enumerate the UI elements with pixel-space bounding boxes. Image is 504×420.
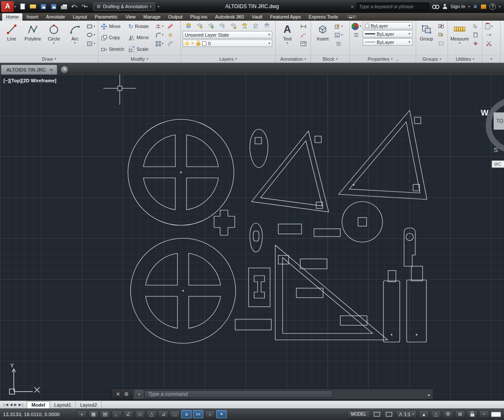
- utilities-panel-label[interactable]: Utilities▾: [448, 55, 482, 62]
- grid-toggle[interactable]: ▤: [100, 410, 110, 418]
- layer-walk-button[interactable]: [262, 22, 271, 30]
- polar-tracking-toggle[interactable]: ∠: [123, 410, 134, 418]
- command-line-bar[interactable]: ✕ ⚙ > Type a command ▴: [111, 389, 433, 400]
- tab-insert[interactable]: Insert: [22, 13, 42, 21]
- new-drawing-button[interactable]: [18, 2, 27, 11]
- first-layout-button[interactable]: ❘◀: [3, 403, 8, 407]
- layer-lock-button[interactable]: [228, 22, 238, 30]
- tab-model[interactable]: Model: [27, 401, 50, 408]
- status-bar-menu-button[interactable]: ▾: [479, 410, 489, 418]
- id-point-button[interactable]: [471, 40, 480, 47]
- tab-vault[interactable]: Vault: [248, 13, 266, 21]
- mirror-tool-button[interactable]: Mirror: [128, 33, 153, 42]
- linetype-dropdown[interactable]: ByLayer ▾: [363, 38, 413, 46]
- annotation-visibility-toggle[interactable]: ▲: [419, 410, 429, 418]
- layer-unlock-icon[interactable]: [196, 43, 200, 46]
- save-as-button[interactable]: [49, 2, 58, 11]
- tab-parametric[interactable]: Parametric: [91, 13, 121, 21]
- leader-tool-button[interactable]: [299, 31, 308, 39]
- dynamic-input-toggle[interactable]: ≡: [181, 410, 192, 418]
- command-customize-icon[interactable]: ⚙: [124, 391, 129, 397]
- infer-constraints-toggle[interactable]: +: [77, 410, 87, 418]
- ellipse-tool-button[interactable]: ▾: [86, 31, 96, 39]
- layer-properties-button[interactable]: [184, 22, 193, 30]
- annotation-panel-label[interactable]: Annotation▾: [276, 55, 311, 62]
- stretch-tool-button[interactable]: Stretch: [100, 45, 128, 53]
- offset-tool-button[interactable]: [165, 40, 175, 47]
- array-tool-button[interactable]: ▾: [155, 40, 164, 47]
- properties-list-button[interactable]: [352, 31, 361, 39]
- rotate-tool-button[interactable]: ↻Rotate: [128, 22, 153, 31]
- layer-color-swatch[interactable]: [202, 41, 206, 46]
- text-flyout-icon[interactable]: ▾: [286, 41, 288, 45]
- search-history-icon[interactable]: ▸: [352, 4, 354, 9]
- circle-flyout-icon[interactable]: ▾: [53, 41, 55, 45]
- tab-view[interactable]: View: [121, 13, 140, 21]
- redo-button[interactable]: ↷▾: [80, 2, 89, 11]
- model-space-canvas[interactable]: [−][Top][2D Wireframe]: [0, 75, 504, 401]
- copy-tool-button[interactable]: Copy: [100, 33, 128, 42]
- prev-layout-button[interactable]: ◀: [10, 403, 12, 407]
- move-tool-button[interactable]: Move: [100, 22, 128, 31]
- lineweight-toggle[interactable]: ▭: [193, 410, 203, 418]
- toolbar-lock-button[interactable]: [467, 410, 477, 418]
- insert-block-button[interactable]: Insert: [313, 22, 333, 55]
- arc-tool-button[interactable]: Arc ▾: [65, 22, 85, 55]
- block-attributes-button[interactable]: [334, 40, 343, 47]
- layer-match-button[interactable]: [240, 22, 249, 30]
- command-input[interactable]: Type a command: [144, 390, 333, 398]
- sign-in-button[interactable]: Sign In: [451, 4, 465, 9]
- command-history-icon[interactable]: ▴: [428, 392, 430, 397]
- new-file-tab-button[interactable]: +: [61, 66, 68, 73]
- tab-manage[interactable]: Manage: [140, 13, 165, 21]
- match-properties-button[interactable]: ▾: [352, 22, 361, 30]
- help-search-field[interactable]: Type a keyword or phrase: [357, 3, 429, 10]
- exchange-apps-icon[interactable]: [481, 4, 486, 9]
- search-binoculars-icon[interactable]: [432, 4, 439, 9]
- clipboard-panel-label[interactable]: ▾: [482, 55, 500, 62]
- measure-flyout-icon[interactable]: ▾: [459, 41, 460, 45]
- file-tab-active[interactable]: ALTOIDS TIN JRC ✕: [1, 65, 57, 75]
- group-tool-button[interactable]: Group: [418, 22, 435, 55]
- tab-home[interactable]: Home: [2, 13, 22, 21]
- group-selection-button[interactable]: [436, 40, 446, 47]
- app-menu-chevron-icon[interactable]: ▾: [14, 5, 16, 9]
- sign-in-chevron-icon[interactable]: ▾: [468, 5, 470, 9]
- text-tool-button[interactable]: A Text ▾: [277, 22, 297, 55]
- next-layout-button[interactable]: ▶: [14, 403, 17, 407]
- rectangle-tool-button[interactable]: ▾: [86, 22, 96, 30]
- create-block-button[interactable]: ▾: [334, 22, 343, 30]
- autocad-logo[interactable]: A: [1, 1, 14, 12]
- layer-isolate-button[interactable]: [206, 22, 215, 30]
- help-chevron-icon[interactable]: ▾: [499, 5, 501, 9]
- help-button[interactable]: ?: [489, 3, 496, 10]
- layer-off-button[interactable]: [195, 22, 204, 30]
- undo-button[interactable]: ↶▾: [70, 2, 79, 11]
- edit-attribute-button[interactable]: A▾: [334, 31, 343, 39]
- polyline-tool-button[interactable]: Polyline: [23, 22, 43, 55]
- object-color-dropdown[interactable]: ByLayer ▾: [363, 22, 413, 29]
- line-tool-button[interactable]: Line: [2, 22, 22, 55]
- command-recent-button[interactable]: >: [135, 390, 143, 398]
- model-space-button[interactable]: MODEL: [347, 410, 370, 418]
- tab-plugins[interactable]: Plug-ins: [187, 13, 212, 21]
- tab-annotate[interactable]: Annotate: [42, 13, 69, 21]
- qat-customize-chevron-icon[interactable]: ▾: [158, 5, 159, 9]
- measure-tool-button[interactable]: Measure ▾: [450, 22, 470, 55]
- last-layout-button[interactable]: ▶❘: [19, 403, 24, 407]
- modify-panel-label[interactable]: Modify▾: [98, 55, 180, 62]
- layer-thaw-sun-icon[interactable]: ☀: [190, 40, 195, 46]
- trim-tool-button[interactable]: ▾: [155, 22, 164, 30]
- open-drawing-button[interactable]: [28, 2, 37, 11]
- tab-output[interactable]: Output: [165, 13, 187, 21]
- 3d-object-snap-toggle[interactable]: △: [146, 410, 157, 418]
- ortho-toggle[interactable]: ∟: [112, 410, 122, 418]
- annotation-autoscale-toggle[interactable]: △: [431, 410, 441, 418]
- erase-tool-button[interactable]: [165, 22, 175, 30]
- layer-previous-button[interactable]: [251, 22, 260, 30]
- workspace-switching-button[interactable]: ⚙: [443, 410, 453, 418]
- quick-calc-button[interactable]: [471, 31, 480, 39]
- snap-toggle[interactable]: ▦: [88, 410, 99, 418]
- lineweight-dropdown[interactable]: ByLayer ▾: [363, 30, 413, 37]
- block-panel-label[interactable]: Block▾: [311, 55, 349, 62]
